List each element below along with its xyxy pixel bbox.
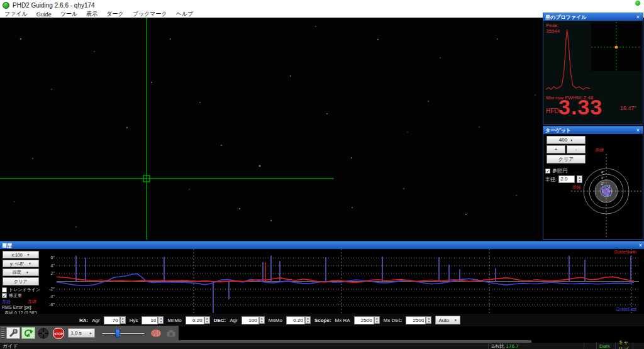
history-plot (57, 249, 639, 314)
target-title: ターゲット (545, 127, 635, 134)
window-titlebar[interactable]: PHD2 Guiding 2.6.6 - qhy174 (0, 0, 644, 11)
history-controls: x:100▼ y: +/-8"▼ 設定▼ クリア トレンドライン ✓ 修正量 赤… (0, 249, 42, 313)
reference-circle-checkbox[interactable]: ✓ 参照円 (545, 167, 567, 174)
mxdec-label: Mx DEC (384, 318, 402, 323)
ra-hysteresis-spinner[interactable]: ▲▼ (158, 316, 164, 324)
status-state: ガイド (0, 343, 487, 349)
close-icon[interactable]: × (635, 14, 641, 20)
status-dark: Dark (596, 343, 615, 349)
svg-text:2": 2" (601, 182, 604, 186)
stop-icon: STOP (53, 328, 64, 339)
snr-label: S/N比 (491, 343, 504, 349)
chevron-down-icon: ▼ (26, 270, 29, 274)
history-titlebar[interactable]: 履歴 × (0, 241, 644, 249)
svg-text:STOP: STOP (54, 331, 63, 335)
guide-button[interactable] (36, 327, 50, 339)
ra-hysteresis-input[interactable] (142, 316, 158, 324)
max-ra-spinner[interactable]: ▲▼ (374, 316, 380, 324)
ra-minmove-input[interactable] (186, 316, 204, 324)
slider-handle[interactable] (115, 329, 120, 338)
corrections-checkbox[interactable]: ✓ 修正量 (2, 292, 22, 299)
camera-star-field (0, 18, 542, 240)
window-title: PHD2 Guiding 2.6.6 - qhy174 (13, 2, 95, 9)
loop-exposures-button[interactable] (21, 327, 35, 339)
close-icon[interactable]: × (639, 242, 642, 248)
rms-header: RMS Error [px]: (2, 305, 32, 309)
max-ra-duration-input[interactable] (354, 316, 374, 324)
y-tick-label: -6" (49, 302, 55, 307)
dec-mode-dropdown[interactable]: Auto▼ (435, 316, 460, 324)
target-zoom-in-button[interactable]: + (547, 145, 565, 153)
y-tick-label: 4" (51, 263, 55, 268)
ra-aggression-input[interactable] (104, 316, 120, 324)
camera-view[interactable] (0, 18, 542, 240)
radius-row: 半径: 2.0 ▲▼ (545, 175, 582, 183)
ra-minmove-spinner[interactable]: ▲▼ (204, 316, 210, 324)
exposure-dropdown[interactable]: 1.0 s▼ (68, 328, 94, 338)
dec-minmove-input[interactable] (286, 316, 305, 324)
svg-text:赤経: 赤経 (572, 185, 581, 190)
target-zoom-out-button[interactable]: - (567, 145, 586, 153)
dither-scale-slider[interactable] (101, 328, 145, 338)
menu-item-1[interactable]: Guide (32, 11, 56, 18)
legend-guide-east: GuideEast (616, 307, 636, 311)
star-profile-title: 星のプロファイル (545, 14, 635, 21)
history-title: 履歴 (2, 242, 639, 249)
ra-agr-label: Agr (92, 318, 99, 323)
main-toolbar: STOP 1.0 s▼ (0, 326, 179, 340)
x-scale-dropdown[interactable]: x:100▼ (3, 251, 39, 258)
connect-equipment-button[interactable] (6, 327, 20, 339)
y-tick-label: 6" (51, 255, 55, 260)
dec-minmove-spinner[interactable]: ▲▼ (305, 316, 311, 324)
hfd-arcsec: 16.47" (620, 105, 636, 111)
ra-aggression-spinner[interactable]: ▲▼ (120, 316, 126, 324)
target-zoom-dropdown[interactable]: 400▼ (547, 136, 586, 144)
history-y-axis: 6"4"2"-2"-4"-6" (42, 249, 57, 313)
status-empty-1 (584, 343, 596, 349)
status-connection (633, 343, 644, 349)
ra-section-label: RA: (79, 318, 88, 323)
chevron-down-icon: ▼ (89, 331, 92, 335)
settings-dropdown[interactable]: 設定▼ (3, 269, 39, 276)
guide-params-row: RA: Agr ▲▼ Hys ▲▼ MnMo ▲▼ DEC: Agr ▲▼ Mn… (0, 314, 644, 326)
advanced-settings-button[interactable] (150, 327, 164, 339)
toolbar-grip[interactable] (1, 328, 4, 339)
target-titlebar[interactable]: ターゲット × (543, 126, 643, 134)
max-dec-duration-input[interactable] (406, 316, 426, 324)
max-dec-spinner[interactable]: ▲▼ (426, 316, 431, 324)
radius-spinner[interactable]: ▲▼ (577, 175, 582, 183)
radius-input[interactable]: 2.0 (558, 175, 575, 183)
star-dot (615, 46, 618, 49)
dec-aggression-spinner[interactable]: ▲▼ (259, 316, 265, 324)
chevron-down-icon: ▼ (454, 318, 457, 322)
status-snr: S/N比 176.7 (488, 343, 584, 349)
radius-label: 半径: (545, 176, 557, 183)
loop-exposures-icon (23, 328, 33, 338)
brain-advanced-icon (150, 329, 162, 338)
camera-settings-icon (166, 329, 176, 338)
chevron-down-icon: ▼ (28, 262, 31, 265)
star-profile-titlebar[interactable]: 星のプロファイル × (543, 13, 643, 21)
star-profile-curve (543, 26, 592, 100)
phd2-main-window: PHD2 Guiding 2.6.6 - qhy174 ファイルGuideツール… (0, 0, 644, 349)
statusbar: ガイド S/N比 176.7 Dark キャリブ (0, 343, 644, 349)
hys-label: Hys (130, 318, 138, 323)
target-clear-button[interactable]: クリア (547, 155, 586, 163)
connect-equipment-icon (8, 328, 18, 338)
camera-settings-button[interactable] (164, 327, 178, 339)
phd2-app-icon (3, 2, 9, 9)
dec-section-label: DEC: (214, 318, 226, 323)
checkbox-checked-icon: ✓ (2, 293, 7, 298)
clear-button[interactable]: クリア (3, 277, 39, 285)
close-icon[interactable]: × (635, 128, 641, 133)
chevron-down-icon: ▼ (570, 138, 573, 142)
svg-text:赤緯: 赤緯 (595, 147, 604, 153)
history-graph-window: 履歴 × x:100▼ y: +/-8"▼ 設定▼ クリア トレンドライン ✓ … (0, 241, 644, 326)
star-profile-pane: 星のプロファイル × Peak: 35544 Mid row FWHM: 2.4… (543, 13, 643, 125)
ra-color-label: 赤経 (2, 299, 11, 305)
status-calibration: キャリブ (615, 343, 633, 349)
dec-color-label: 赤緯 (28, 299, 36, 305)
stop-button[interactable]: STOP (52, 327, 65, 339)
dec-aggression-input[interactable] (242, 316, 259, 324)
y-scale-dropdown[interactable]: y: +/-8"▼ (3, 260, 39, 267)
